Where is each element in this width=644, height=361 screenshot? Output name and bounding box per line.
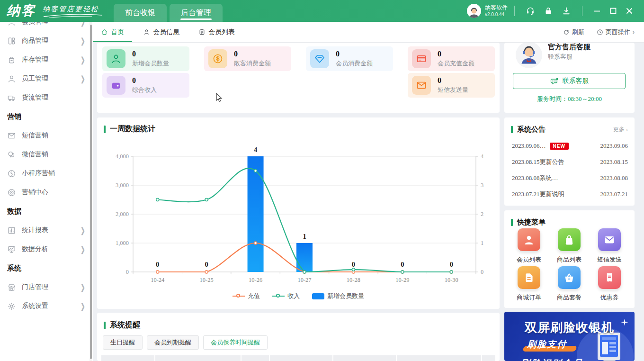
- tab-member-list[interactable]: 会员列表: [190, 22, 243, 42]
- sidebar-item[interactable]: 统计报表 ❯: [0, 221, 93, 240]
- sidebar: 会员管理 ❯ 商品管理 ❯ 库存管理 ❯ 员工管理 ❯ 货流管理 营销: [0, 22, 93, 361]
- mouse-cursor: [216, 93, 223, 103]
- sidebar-item[interactable]: 商品管理 ❯: [0, 31, 93, 50]
- sidebar-item[interactable]: 系统设置 ❯: [0, 297, 93, 316]
- quick-menu-item[interactable]: 优惠券: [590, 266, 629, 302]
- lock-icon[interactable]: [544, 6, 553, 16]
- title-accent-bar: [511, 219, 513, 226]
- legend-bar-swatch: [312, 293, 324, 299]
- page-operations-button[interactable]: 页面操作 ›: [597, 28, 635, 36]
- refresh-button[interactable]: 刷新: [563, 28, 584, 36]
- wechat-icon: [7, 150, 16, 159]
- reminder-tab[interactable]: 会员到期提醒: [147, 335, 199, 350]
- app-version: v2.0.0.44: [485, 11, 508, 18]
- home-icon: [101, 28, 108, 36]
- svg-text:1: 1: [303, 233, 306, 240]
- qm-basket-icon: [558, 266, 581, 289]
- sidebar-item[interactable]: 数据分析 ❯: [0, 240, 93, 259]
- legend-item[interactable]: 收入: [272, 292, 300, 300]
- quick-menu-item[interactable]: 短信发送: [590, 228, 629, 264]
- sidebar-item[interactable]: 货流管理: [0, 88, 93, 107]
- stat-card[interactable]: 0 综合收入: [102, 73, 189, 98]
- legend-item[interactable]: 充值: [233, 292, 260, 300]
- tab-home[interactable]: 首页: [93, 22, 132, 42]
- svg-text:0: 0: [205, 261, 208, 268]
- announcement-row[interactable]: 2023.07.21更新说明 2023.07.21: [512, 188, 628, 201]
- ad-subline: 刷脸支付: [527, 338, 567, 351]
- marketing-icon: [7, 188, 16, 197]
- refresh-icon: [563, 29, 570, 36]
- store-icon: [7, 283, 16, 292]
- svg-text:3: 3: [481, 182, 483, 189]
- stats-panel: 0 新增会员数量 0 散客消费金额 0 会员消费金额 0 会员充值金额: [97, 43, 500, 113]
- sidebar-item[interactable]: 会员管理 ❯: [0, 22, 93, 31]
- app-slogan: 纳客管店更轻松: [43, 5, 104, 18]
- close-icon[interactable]: [621, 4, 637, 18]
- reminder-tab[interactable]: 生日提醒: [103, 335, 143, 350]
- weekly-chart[interactable]: 001,00012,00023,00034,000410-2410-2510-2…: [106, 144, 489, 291]
- support-icon[interactable]: [526, 6, 535, 16]
- table-header-cell: [155, 355, 241, 361]
- stat-card[interactable]: 0 短信发送量: [408, 73, 495, 98]
- qm-bag-icon: [558, 228, 581, 251]
- quick-menu-item[interactable]: 商品列表: [549, 228, 589, 264]
- sidebar-item[interactable]: 员工管理 ❯: [0, 69, 93, 88]
- svg-text:10-27: 10-27: [297, 277, 311, 283]
- stat-card[interactable]: 0 会员充值金额: [408, 46, 495, 71]
- quick-menu-panel: 快捷菜单 会员列表 商品列表 短信发送 商城订单 商品套餐 优惠券: [504, 210, 635, 308]
- header-nav-frontdesk[interactable]: 前台收银: [114, 4, 167, 22]
- table-header-cell: [270, 355, 332, 361]
- clock-icon: [597, 29, 603, 36]
- reminder-tab[interactable]: 会员保养时间提醒: [203, 335, 268, 350]
- sidebar-item[interactable]: 短信营销: [0, 126, 93, 145]
- sidebar-item[interactable]: 营销中心: [0, 183, 93, 202]
- quick-menu-item[interactable]: 会员列表: [509, 228, 549, 264]
- sidebar-item[interactable]: 小程序营销: [0, 164, 93, 183]
- minimize-icon[interactable]: [589, 4, 605, 18]
- sidebar-scrollbar-thumb[interactable]: [90, 25, 92, 359]
- announcement-row[interactable]: 2023.08.15更新公告 2023.08.15: [512, 155, 628, 169]
- stat-card[interactable]: 0 散客消费金额: [204, 46, 291, 71]
- qm-doc-icon: [518, 266, 540, 289]
- staff-icon: [7, 74, 16, 83]
- svg-text:10-26: 10-26: [249, 277, 262, 283]
- sidebar-item[interactable]: 微信营销: [0, 145, 93, 164]
- header-nav: 前台收银后台管理: [114, 0, 225, 22]
- announcement-row[interactable]: 2023.09.06… NEW 2023.09.06: [512, 139, 628, 153]
- announcements-more-link[interactable]: 更多 ›: [613, 126, 628, 134]
- svg-text:0: 0: [401, 261, 404, 268]
- quick-menu-item[interactable]: 商品套餐: [549, 266, 589, 302]
- header-nav-backoffice[interactable]: 后台管理: [170, 4, 223, 22]
- sidebar-section: 数据: [0, 202, 93, 221]
- svg-text:4: 4: [254, 146, 257, 153]
- members-icon: [7, 22, 16, 27]
- svg-text:10-30: 10-30: [445, 277, 458, 283]
- chart-legend: 充值收入新增会员数量: [97, 292, 500, 300]
- tab-bar: 首页 会员信息 会员列表 刷新 页面操作 ›: [93, 22, 644, 43]
- quick-menu-item[interactable]: 商城订单: [509, 266, 549, 302]
- contact-service-button[interactable]: 联系客服: [513, 73, 626, 89]
- ad-banner[interactable]: 双屏刷脸收银机 刷脸支付 刷脸识别会员: [504, 312, 635, 361]
- download-icon[interactable]: [562, 6, 571, 16]
- service-agent-avatar: [516, 43, 542, 68]
- sidebar-item[interactable]: 库存管理 ❯: [0, 50, 93, 69]
- coin-icon: [208, 49, 227, 68]
- customer-service-panel: 官方售后客服 联系客服 联系客服 服务时间：08:30～20:00: [504, 43, 635, 113]
- stat-card[interactable]: 0 新增会员数量: [102, 46, 189, 71]
- tab-member-info[interactable]: 会员信息: [135, 22, 188, 42]
- window-controls: [589, 4, 637, 18]
- maximize-icon[interactable]: [605, 4, 621, 18]
- sidebar-item[interactable]: 门店管理 ❯: [0, 278, 93, 297]
- legend-item[interactable]: 新增会员数量: [312, 292, 364, 300]
- svg-text:2: 2: [481, 211, 483, 217]
- svg-text:0: 0: [352, 261, 355, 268]
- chevron-right-icon: ❯: [80, 55, 85, 64]
- stat-card[interactable]: 0 会员消费金额: [306, 46, 393, 71]
- diamond-icon: [310, 49, 329, 68]
- announcement-row[interactable]: 2023.08.08系统… 2023.08.08: [512, 171, 628, 185]
- app-logo: 纳客: [7, 4, 36, 18]
- svg-text:1,000: 1,000: [116, 240, 129, 246]
- new-badge: NEW: [550, 143, 569, 150]
- user-avatar[interactable]: [467, 4, 481, 18]
- legend-line-swatch: [272, 294, 285, 298]
